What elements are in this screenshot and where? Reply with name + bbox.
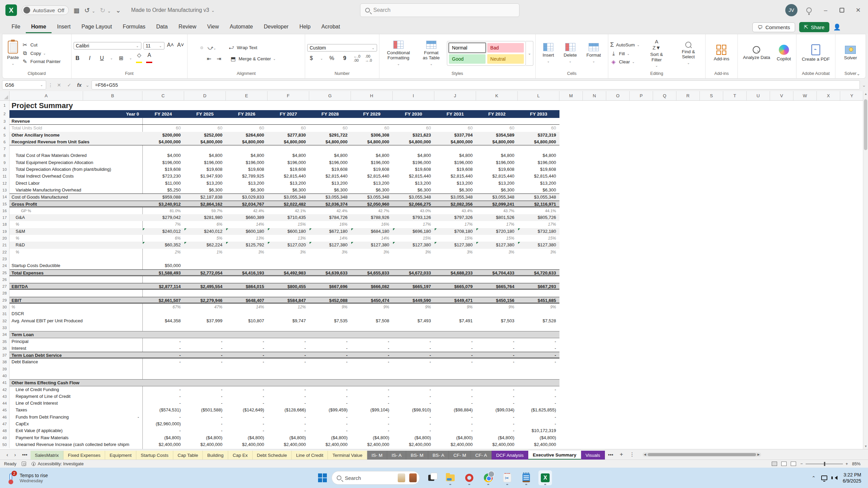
cell-value[interactable]: 9% (518, 304, 559, 310)
cell-value[interactable] (351, 380, 393, 386)
sheet-nav-more-icon[interactable]: ••• (19, 452, 31, 458)
cell-value[interactable]: - (351, 393, 393, 400)
cell-value[interactable]: 47% (184, 304, 226, 310)
cell-value[interactable]: - (268, 421, 309, 427)
cell-value[interactable]: 67% (142, 304, 184, 310)
volume-icon[interactable] (833, 476, 837, 480)
cell-value[interactable]: $19,608 (226, 166, 268, 173)
row-header-49[interactable]: 49 (0, 434, 9, 441)
zoom-thumb[interactable] (824, 462, 825, 466)
cell-value[interactable]: 16% (309, 221, 351, 228)
create-pdf-button[interactable]: Create a PDF (799, 44, 833, 63)
cell-value[interactable]: $4,704,433 (476, 270, 518, 275)
cell-value[interactable]: $3,240,912 (142, 201, 184, 206)
cell-value[interactable]: $4,800,000 (268, 139, 309, 145)
cell-value[interactable]: 15% (434, 235, 476, 242)
zoom-out-icon[interactable]: − (800, 462, 803, 466)
cell-value[interactable]: $127,380 (351, 242, 393, 248)
cell-value[interactable]: 60 (226, 125, 268, 131)
cell-value[interactable]: $2,036,374 (309, 201, 351, 206)
cell-value[interactable]: 60 (309, 125, 351, 131)
copilot-button[interactable]: Copilot (774, 44, 794, 62)
cell-value[interactable]: 3% (226, 249, 268, 256)
cell-value[interactable]: $127,380 (476, 242, 518, 248)
cell-value[interactable]: $5,250 (142, 187, 184, 194)
cell-value[interactable] (434, 256, 476, 262)
cell-value[interactable]: 3% (476, 249, 518, 256)
cell-value[interactable] (142, 256, 184, 262)
cell-value[interactable] (476, 366, 518, 372)
cell-value[interactable] (226, 372, 268, 379)
hscroll-right-arrow-icon[interactable]: ▶ (757, 453, 760, 456)
cell-value[interactable]: - (268, 359, 309, 365)
row-header-33[interactable]: 33 (0, 324, 9, 331)
cell-value[interactable]: 60 (434, 125, 476, 131)
cell-value[interactable]: - (476, 393, 518, 400)
cell-value[interactable]: $2,400,000 (393, 441, 434, 448)
cell-value[interactable]: $2,815,440 (476, 173, 518, 180)
cell-label[interactable]: Direct Labor (9, 180, 142, 187)
taskbar-search-box[interactable]: Search (332, 471, 420, 485)
row-header-5[interactable]: 5 (0, 132, 9, 139)
cell-value[interactable]: $784,726 (309, 214, 351, 221)
column-header-V[interactable]: V (770, 91, 793, 100)
cell-value[interactable]: $723,230 (142, 173, 184, 180)
cell-value[interactable] (434, 101, 476, 110)
bold-button[interactable]: B (74, 55, 82, 61)
column-header-S[interactable]: S (700, 91, 723, 100)
cell-value[interactable]: - (351, 359, 393, 365)
column-header-N[interactable]: N (583, 91, 606, 100)
cell-value[interactable]: ($4,800) (142, 434, 184, 441)
copy-button[interactable]: ⧉Copy⌄ (22, 50, 61, 56)
row-header-11[interactable]: 11 (0, 173, 9, 180)
cell-value[interactable]: - (476, 338, 518, 345)
cell-label[interactable]: EBITDA (9, 283, 142, 289)
cell-fy-header-2028[interactable]: FY 2028 (309, 110, 351, 118)
cell-value[interactable] (518, 256, 559, 262)
cell-value[interactable]: 16% (351, 221, 393, 228)
cell-label[interactable]: Taxes (9, 407, 142, 413)
notepad-icon[interactable] (519, 470, 533, 485)
cell-value[interactable] (476, 118, 518, 124)
cell-value[interactable]: - (476, 400, 518, 407)
cell-value[interactable]: $2,815,440 (351, 173, 393, 180)
cell-value[interactable]: $4,800 (434, 152, 476, 159)
row-header-37[interactable]: 37 (0, 352, 9, 359)
cell-value[interactable] (226, 331, 268, 338)
cell-value[interactable]: $451,685 (518, 297, 559, 303)
cell-label[interactable]: Cost of Goods Manufactured (9, 194, 142, 200)
cell-value[interactable]: $4,720,633 (518, 270, 559, 275)
cell-value[interactable]: - (393, 427, 434, 434)
cell-value[interactable]: $800,455 (268, 283, 309, 289)
cell-value[interactable]: $291,722 (309, 132, 351, 139)
cell-label[interactable]: Total Units Sold (9, 125, 142, 131)
cell-value[interactable]: 43.4% (434, 207, 476, 214)
new-sheet-button[interactable]: + (616, 451, 627, 458)
cell-value[interactable]: $805,726 (518, 214, 559, 221)
cell-value[interactable]: $279,042 (142, 214, 184, 221)
cell-value[interactable]: $7,493 (393, 318, 434, 324)
cell-label[interactable] (9, 276, 142, 283)
cell-value[interactable] (184, 256, 226, 262)
cell-value[interactable]: - (142, 414, 184, 421)
cell-value[interactable]: 5% (184, 235, 226, 242)
cell-value[interactable]: 3% (518, 249, 559, 256)
cell-value[interactable] (351, 101, 393, 110)
cell-value[interactable]: $1,588,493 (142, 270, 184, 275)
cell-value[interactable]: - (476, 352, 518, 358)
cell-label[interactable]: S&M (9, 228, 142, 235)
borders-button[interactable]: ⊞ (117, 55, 125, 61)
normal-view-button[interactable] (772, 462, 777, 466)
scroll-up-arrow-icon[interactable]: ▲ (863, 91, 868, 97)
cell-value[interactable]: $44,358 (142, 318, 184, 324)
cell-value[interactable] (142, 331, 184, 338)
cell-value[interactable]: 43.0% (393, 207, 434, 214)
cell-value[interactable] (184, 276, 226, 283)
cell-value[interactable] (226, 290, 268, 297)
task-view-icon[interactable] (425, 470, 438, 485)
cell-value[interactable] (226, 380, 268, 386)
cell-value[interactable] (393, 331, 434, 338)
cell-value[interactable]: $2,661,507 (142, 297, 184, 303)
italic-button[interactable]: I (86, 55, 94, 61)
cell-label[interactable]: Variable Manufacturing Overhead (9, 187, 142, 194)
